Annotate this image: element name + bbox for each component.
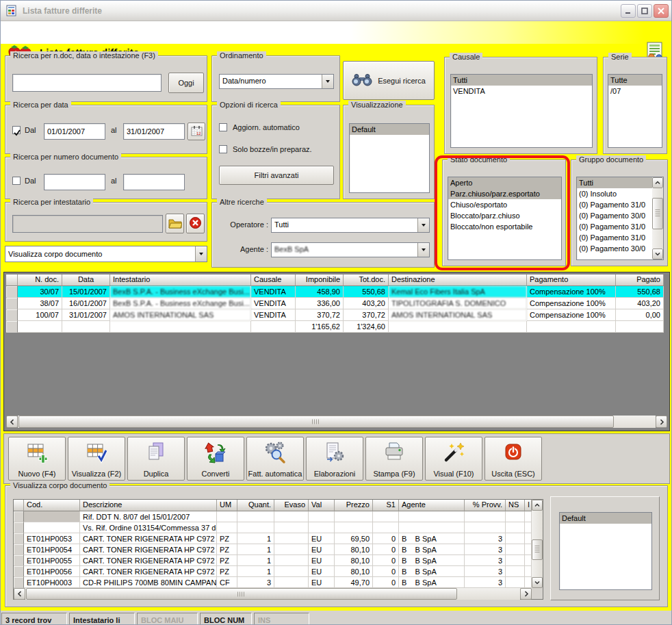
dal-checkbox-checked[interactable] bbox=[12, 126, 21, 134]
ordinamento-select[interactable]: Data/numero bbox=[219, 74, 334, 89]
toolbar-button-nuovo[interactable]: Nuovo (F4) bbox=[8, 437, 66, 481]
toolbar-button-visualizza[interactable]: Visualizza (F2) bbox=[68, 437, 125, 481]
intestatario-input[interactable] bbox=[12, 215, 163, 233]
calendar-button[interactable]: 12 bbox=[188, 123, 205, 140]
clear-button[interactable] bbox=[186, 214, 205, 233]
list-item[interactable]: Parz.chiuso/parz.esportato bbox=[448, 188, 561, 199]
browse-button[interactable] bbox=[166, 214, 184, 233]
column-header[interactable]: Imponibile bbox=[296, 275, 344, 286]
column-header[interactable]: Causale bbox=[251, 275, 296, 286]
column-header[interactable]: Val bbox=[309, 500, 335, 511]
detail-views-listbox[interactable]: Default bbox=[559, 512, 652, 590]
scroll-down-icon[interactable] bbox=[532, 577, 543, 588]
chevron-down-icon[interactable] bbox=[322, 75, 333, 88]
column-header[interactable]: Pagamento bbox=[527, 275, 616, 286]
scroll-right-icon[interactable] bbox=[520, 588, 532, 600]
list-item[interactable]: (0) Pagamento 30/0 bbox=[577, 210, 652, 221]
scroll-left-icon[interactable] bbox=[6, 416, 18, 428]
column-header[interactable]: I bbox=[525, 500, 532, 511]
toolbar-button-fatt-automatica[interactable]: Fatt. automatica bbox=[246, 437, 304, 481]
list-item[interactable]: Tutti bbox=[577, 177, 652, 188]
toolbar-button-duplica[interactable]: Duplica bbox=[127, 437, 185, 481]
column-header[interactable]: % Provv. bbox=[465, 500, 506, 511]
bozze-checkbox[interactable] bbox=[219, 145, 227, 153]
column-header[interactable]: UM bbox=[217, 500, 237, 511]
column-header[interactable]: NS bbox=[506, 500, 525, 511]
list-item[interactable]: (0) Pagamento 31/0 bbox=[577, 199, 652, 210]
list-item[interactable]: Tutte bbox=[608, 75, 662, 86]
list-item[interactable]: (0) Pagamento 30/0 bbox=[577, 243, 652, 254]
table-row[interactable]: 38/0716/01/2007BexB S.P.A. - Business eX… bbox=[6, 298, 664, 309]
column-header[interactable]: Data bbox=[62, 275, 110, 286]
scroll-up-icon[interactable] bbox=[652, 177, 663, 188]
column-header[interactable]: Quant. bbox=[237, 500, 274, 511]
scroll-right-icon[interactable] bbox=[656, 416, 667, 428]
filtri-avanzati-button[interactable]: Filtri avanzati bbox=[219, 166, 334, 185]
chevron-down-icon[interactable] bbox=[195, 246, 207, 262]
serie-listbox[interactable]: Tutte/07 bbox=[608, 74, 662, 148]
chevron-down-icon[interactable] bbox=[417, 243, 429, 257]
chevron-down-icon[interactable] bbox=[417, 218, 429, 232]
column-header[interactable]: Evaso bbox=[274, 500, 309, 511]
list-item[interactable]: Bloccato/parz.chiuso bbox=[448, 210, 561, 221]
date-to-input[interactable] bbox=[123, 123, 185, 140]
numero-dal-checkbox[interactable] bbox=[12, 177, 21, 185]
detail-row[interactable]: Rif. DDT N. 8/07 del 15/01/2007 bbox=[14, 511, 532, 522]
list-item[interactable]: /07 bbox=[608, 86, 662, 97]
column-header[interactable]: S1 bbox=[373, 500, 399, 511]
scroll-thumb[interactable] bbox=[652, 198, 663, 229]
gruppo-listbox[interactable]: Tutti(0) Insoluto(0) Pagamento 31/0(0) P… bbox=[576, 177, 664, 260]
toolbar-button-uscita[interactable]: Uscita (ESC) bbox=[484, 437, 542, 481]
toolbar-button-elaborazioni[interactable]: Elaborazioni bbox=[306, 437, 363, 481]
list-item[interactable]: (0) Pagamento 31/0 bbox=[577, 221, 652, 232]
scroll-up-icon[interactable] bbox=[532, 500, 543, 511]
causale-listbox[interactable]: TuttiVENDITA bbox=[450, 74, 593, 148]
detail-row[interactable]: ET01HP0055CART. TONER RIGENERATA HP C972… bbox=[14, 555, 532, 566]
maximize-button[interactable] bbox=[637, 4, 652, 18]
oggi-button[interactable]: Oggi bbox=[168, 73, 204, 93]
close-button[interactable] bbox=[654, 4, 669, 18]
list-item[interactable]: Aperto bbox=[448, 177, 561, 188]
esegui-ricerca-button[interactable]: Esegui ricerca bbox=[343, 61, 435, 100]
date-from-input[interactable] bbox=[44, 123, 105, 140]
list-item[interactable]: Chiuso/esportato bbox=[448, 199, 561, 210]
operatore-select[interactable]: Tutti bbox=[271, 218, 430, 233]
column-header[interactable] bbox=[6, 275, 18, 286]
gruppo-scrollbar[interactable] bbox=[652, 177, 663, 259]
scroll-left-icon[interactable] bbox=[14, 588, 25, 600]
results-h-scrollbar[interactable] bbox=[6, 416, 667, 428]
minimize-button[interactable] bbox=[621, 4, 636, 18]
detail-row[interactable]: ET01HP0054CART. TONER RIGENERATA HP C972… bbox=[14, 544, 532, 555]
column-header[interactable]: N. doc. bbox=[18, 275, 62, 286]
column-header[interactable]: Cod. bbox=[24, 500, 80, 511]
detail-h-scrollbar[interactable] bbox=[14, 588, 532, 600]
scroll-down-icon[interactable] bbox=[652, 248, 663, 259]
list-item[interactable]: Bloccato/non esportabile bbox=[448, 221, 561, 232]
column-header[interactable] bbox=[14, 500, 24, 511]
toolbar-button-stampa[interactable]: Stampa (F9) bbox=[365, 437, 423, 481]
numero-to-input[interactable] bbox=[123, 174, 185, 190]
column-header[interactable]: Tot.doc. bbox=[344, 275, 389, 286]
column-header[interactable]: Destinazione bbox=[389, 275, 527, 286]
list-item[interactable]: VENDITA bbox=[451, 86, 592, 97]
scroll-thumb[interactable] bbox=[18, 416, 614, 428]
aggiorn-checkbox[interactable] bbox=[219, 123, 227, 131]
column-header[interactable]: Agente bbox=[399, 500, 465, 511]
list-item[interactable]: Default bbox=[560, 513, 651, 524]
detail-row[interactable]: ET10PH0003CD-R PHILIPS 700MB 80MIN CAMPA… bbox=[14, 577, 532, 588]
column-header[interactable]: Intestatario bbox=[110, 275, 251, 286]
column-header[interactable]: Pagato bbox=[616, 275, 664, 286]
stato-listbox[interactable]: ApertoParz.chiuso/parz.esportatoChiuso/e… bbox=[448, 177, 562, 260]
detail-row[interactable]: ET01HP0053CART. TONER RIGENERATA HP C972… bbox=[14, 533, 532, 544]
list-item[interactable]: (0) Pagamento 31/0 bbox=[577, 232, 652, 243]
toolbar-button-visual[interactable]: Visual (F10) bbox=[425, 437, 482, 481]
list-item[interactable]: Tutti bbox=[451, 75, 592, 86]
toolbar-button-converti[interactable]: Converti bbox=[187, 437, 244, 481]
list-item[interactable]: Default bbox=[350, 124, 429, 135]
list-item[interactable]: (0) Insoluto bbox=[577, 188, 652, 199]
scroll-thumb[interactable] bbox=[532, 539, 543, 560]
corpo-documento-select[interactable]: Visualizza corpo documento bbox=[5, 246, 207, 262]
agente-select[interactable]: BexB SpA bbox=[271, 242, 430, 257]
column-header[interactable]: Prezzo bbox=[335, 500, 373, 511]
detail-row[interactable]: Vs. Rif. Ordine 013154/Commessa 37 de bbox=[14, 522, 532, 533]
